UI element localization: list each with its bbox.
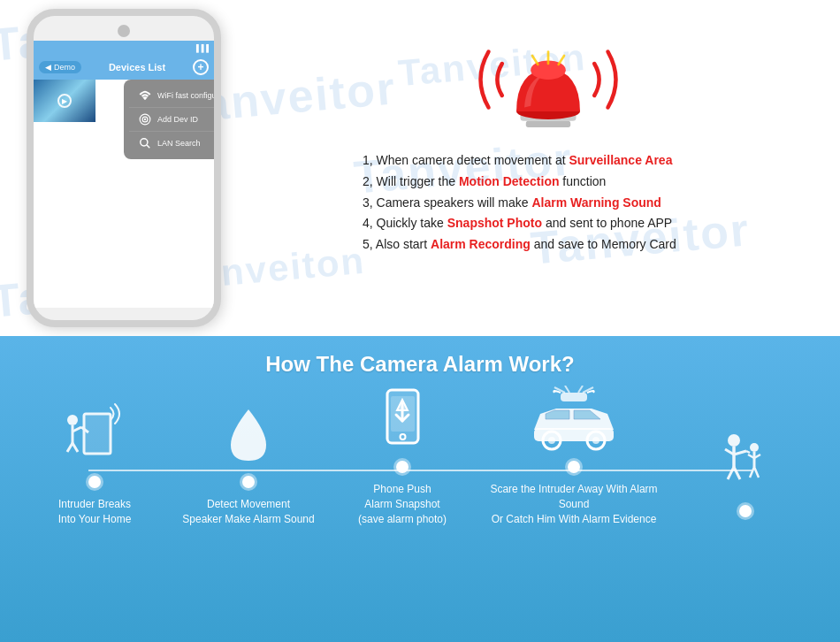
timeline-line bbox=[88, 470, 752, 471]
features-list: 1, When camera detect movement at Survei… bbox=[363, 150, 822, 256]
step-2-dot bbox=[242, 476, 255, 488]
play-icon: ▶ bbox=[57, 94, 72, 108]
intruder-svg bbox=[62, 401, 128, 471]
plus-icon: + bbox=[197, 61, 203, 73]
step-4-dot bbox=[568, 461, 580, 473]
bottom-section: How The Camera Alarm Work? bbox=[0, 336, 840, 642]
svg-line-17 bbox=[67, 443, 73, 452]
devices-list-title: Devices List bbox=[109, 62, 165, 73]
feature-5: 5, Also start Alarm Recording and save t… bbox=[363, 234, 822, 256]
highlight-1: Surveillance Area bbox=[569, 153, 672, 167]
car-icon bbox=[521, 386, 627, 456]
camera-thumbnail: ▶ bbox=[34, 80, 95, 122]
people-svg bbox=[714, 430, 776, 501]
svg-line-41 bbox=[734, 467, 740, 479]
step-3-dot bbox=[396, 461, 409, 473]
bottom-title: How The Camera Alarm Work? bbox=[0, 336, 840, 386]
timeline-container: Intruder BreaksInto Your Home Detect Mov… bbox=[0, 386, 840, 526]
detect-icon bbox=[213, 401, 284, 471]
phone-camera bbox=[118, 25, 130, 37]
feature-2: 2, Will trigger the Motion Detection fun… bbox=[363, 172, 822, 193]
svg-point-36 bbox=[728, 434, 740, 447]
svg-line-39 bbox=[734, 451, 746, 455]
add-device-button[interactable]: + bbox=[193, 59, 209, 75]
dropdown-item-wifi[interactable]: WiFi fast configuration bbox=[129, 84, 214, 108]
car-svg bbox=[521, 386, 627, 456]
people-icon bbox=[710, 430, 781, 501]
step-detect: Detect MovementSpeaker Make Alarm Sound bbox=[178, 401, 319, 527]
svg-line-30 bbox=[578, 386, 583, 393]
svg-line-18 bbox=[73, 443, 78, 452]
wifi-icon bbox=[138, 88, 152, 103]
svg-rect-26 bbox=[561, 393, 587, 401]
dropdown-menu: WiFi fast configuration bbox=[124, 80, 214, 159]
step-intruder: Intruder BreaksInto Your Home bbox=[24, 401, 165, 527]
svg-rect-13 bbox=[85, 415, 110, 453]
step-1-label: Intruder BreaksInto Your Home bbox=[58, 497, 132, 527]
step-car: Scare the Intruder Away With Alarm Sound… bbox=[485, 386, 662, 526]
svg-point-3 bbox=[141, 139, 148, 146]
svg-line-46 bbox=[750, 467, 754, 478]
svg-point-24 bbox=[401, 408, 403, 409]
highlight-3: Alarm Warning Sound bbox=[531, 195, 661, 210]
top-section: Tanveitor Tanveitor Tanveitor Tanveitor … bbox=[0, 0, 840, 336]
add-dev-label: Add Dev ID bbox=[157, 115, 198, 124]
highlight-5: Alarm Recording bbox=[431, 237, 531, 251]
dropdown-item-adddev[interactable]: Add Dev ID bbox=[129, 108, 214, 132]
intruder-icon bbox=[59, 401, 130, 471]
svg-line-10 bbox=[559, 56, 564, 65]
signal-icon: ▐▐▐ bbox=[194, 44, 209, 52]
svg-point-2 bbox=[144, 118, 146, 120]
svg-line-4 bbox=[147, 145, 149, 148]
phone-svg bbox=[378, 386, 427, 456]
back-arrow-icon: ◀ bbox=[45, 63, 51, 72]
svg-point-35 bbox=[592, 437, 599, 444]
highlight-2: Motion Detection bbox=[459, 174, 560, 188]
svg-point-14 bbox=[67, 415, 78, 425]
demo-label: Demo bbox=[54, 63, 75, 72]
svg-point-33 bbox=[548, 437, 555, 444]
highlight-4: Snapshot Photo bbox=[447, 216, 542, 230]
alarm-section: 1, When camera detect movement at Survei… bbox=[363, 9, 822, 336]
feature-4: 4, Quickly take Snapshot Photo and sent … bbox=[363, 213, 822, 234]
search-icon bbox=[138, 136, 152, 150]
wifi-config-label: WiFi fast configuration bbox=[157, 91, 214, 100]
step-5-dot bbox=[739, 505, 752, 517]
step-people bbox=[675, 430, 816, 526]
timeline-steps: Intruder BreaksInto Your Home Detect Mov… bbox=[18, 386, 822, 526]
feature-3: 3, Camera speakers will make Alarm Warni… bbox=[363, 193, 822, 214]
target-icon bbox=[138, 112, 152, 126]
svg-line-28 bbox=[565, 386, 569, 393]
svg-line-48 bbox=[746, 451, 750, 453]
detect-svg bbox=[222, 401, 275, 471]
step-2-label: Detect MovementSpeaker Make Alarm Sound bbox=[182, 497, 314, 527]
alarm-svg bbox=[469, 13, 628, 146]
feature-1: 1, When camera detect movement at Survei… bbox=[363, 150, 822, 172]
phone-body: ▐▐▐ ◀ Demo Devices List + ▶ bbox=[27, 9, 221, 327]
demo-button[interactable]: ◀ Demo bbox=[39, 61, 81, 73]
step-1-dot bbox=[88, 476, 101, 488]
svg-point-42 bbox=[750, 443, 759, 452]
step-4-label: Scare the Intruder Away With Alarm Sound… bbox=[490, 482, 658, 526]
dropdown-item-lan[interactable]: LAN Search bbox=[129, 132, 214, 155]
step-phone: Phone PushAlarm Snapshot(save alarm phot… bbox=[332, 386, 473, 526]
svg-line-11 bbox=[532, 56, 538, 65]
step-3-label: Phone PushAlarm Snapshot(save alarm phot… bbox=[358, 482, 447, 526]
svg-rect-6 bbox=[526, 121, 570, 127]
lan-search-label: LAN Search bbox=[157, 139, 201, 148]
phone-icon bbox=[367, 386, 438, 456]
app-nav-bar: ◀ Demo Devices List + bbox=[34, 55, 214, 80]
svg-line-47 bbox=[754, 467, 759, 478]
svg-line-40 bbox=[728, 467, 734, 479]
alarm-light bbox=[469, 9, 628, 150]
phone-mockup: ▐▐▐ ◀ Demo Devices List + ▶ bbox=[27, 9, 221, 327]
phone-screen: ▐▐▐ ◀ Demo Devices List + ▶ bbox=[34, 41, 214, 308]
status-bar: ▐▐▐ bbox=[34, 41, 214, 55]
